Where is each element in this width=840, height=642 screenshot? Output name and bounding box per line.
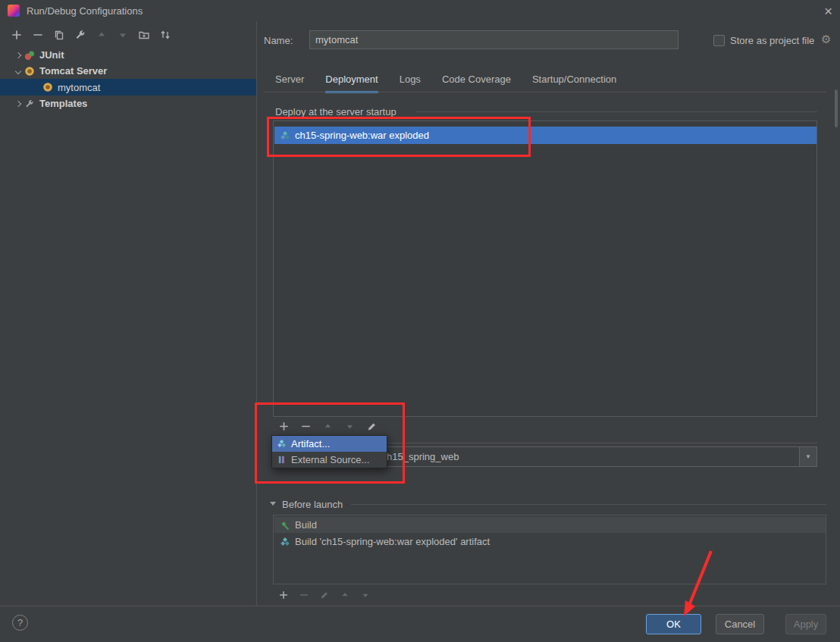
name-label: Name:	[264, 35, 293, 46]
tree-item-tomcat-server[interactable]: Tomcat Server	[0, 63, 256, 79]
move-up-button[interactable]	[339, 589, 351, 601]
move-down-button[interactable]	[359, 589, 371, 601]
remove-deployment-button[interactable]	[299, 420, 312, 432]
configurations-toolbar	[11, 29, 171, 41]
copy-configuration-button[interactable]	[53, 29, 65, 41]
edit-task-button[interactable]	[318, 589, 331, 601]
popup-item-external-source[interactable]: External Source...	[272, 452, 387, 468]
tree-item-label: Templates	[39, 98, 87, 109]
arrow-down-icon	[360, 590, 371, 600]
junit-icon	[24, 50, 35, 61]
add-deployment-button[interactable]	[277, 420, 290, 432]
wrench-icon	[74, 29, 86, 41]
tab-logs[interactable]: Logs	[400, 74, 421, 93]
pencil-icon	[366, 421, 378, 432]
application-context-value: h15_spring_web	[381, 451, 799, 462]
minus-icon	[300, 421, 312, 432]
arrow-up-icon	[96, 29, 108, 41]
move-up-button[interactable]	[321, 420, 334, 432]
deployment-toolbar	[277, 420, 378, 432]
chevron-right-icon[interactable]	[12, 102, 24, 106]
tree-item-junit[interactable]: JUnit	[0, 47, 256, 63]
new-folder-button[interactable]	[138, 29, 150, 41]
edit-deployment-button[interactable]	[365, 420, 378, 432]
footer-divider	[0, 606, 840, 606]
before-launch-list[interactable]: Build Build 'ch15-spring-web:war explode…	[273, 515, 826, 584]
combo-dropdown-button[interactable]: ▼	[799, 447, 816, 466]
move-down-button[interactable]	[117, 29, 129, 41]
move-up-button[interactable]	[96, 29, 108, 41]
plus-icon	[278, 421, 290, 432]
deploy-section-title: Deploy at the server startup	[275, 106, 396, 117]
external-source-icon	[277, 455, 287, 465]
chevron-right-icon[interactable]	[12, 53, 24, 58]
sort-configurations-button[interactable]	[159, 29, 171, 41]
add-artifact-popup: Artifact... External Source...	[271, 435, 387, 468]
tree-item-templates[interactable]: Templates	[0, 96, 256, 111]
chevron-down-icon: ▼	[805, 453, 811, 460]
remove-task-button[interactable]	[298, 589, 310, 601]
artifact-icon	[277, 439, 287, 449]
move-down-button[interactable]	[343, 420, 356, 432]
tomcat-run-icon	[42, 82, 53, 92]
before-launch-title: Before launch	[282, 499, 343, 510]
before-launch-item-label: Build 'ch15-spring-web:war exploded' art…	[295, 536, 490, 547]
panel-divider	[256, 21, 257, 606]
popup-item-label: Artifact...	[291, 438, 330, 449]
before-launch-divider	[351, 504, 826, 505]
application-context-combobox[interactable]: h15_spring_web ▼	[380, 446, 817, 467]
before-launch-item-build-artifact[interactable]: Build 'ch15-spring-web:war exploded' art…	[274, 534, 826, 550]
templates-wrench-icon	[24, 99, 35, 109]
question-mark-icon: ?	[17, 617, 23, 628]
dialog-title: Run/Debug Configurations	[27, 5, 143, 17]
deployment-item-label: ch15-spring-web:war exploded	[295, 130, 429, 141]
store-as-project-file-label: Store as project file	[730, 35, 814, 46]
minus-icon	[299, 590, 309, 600]
chevron-down-icon[interactable]	[12, 69, 24, 74]
apply-button[interactable]: Apply	[785, 614, 826, 634]
artifact-icon	[280, 537, 290, 547]
tab-code-coverage[interactable]: Code Coverage	[442, 74, 511, 93]
title-bar: Run/Debug Configurations ×	[0, 0, 840, 21]
scrollbar-thumb[interactable]	[835, 89, 838, 127]
folder-add-icon	[138, 29, 150, 41]
copy-icon	[53, 29, 65, 41]
gear-icon[interactable]: ⚙	[821, 33, 831, 46]
tab-server[interactable]: Server	[275, 74, 304, 93]
arrow-down-icon	[117, 29, 129, 41]
tree-item-mytomcat[interactable]: mytomcat	[0, 79, 256, 96]
arrow-down-icon	[344, 421, 356, 432]
close-icon[interactable]: ×	[824, 4, 832, 18]
add-configuration-button[interactable]	[11, 29, 23, 41]
deployment-list[interactable]: ch15-spring-web:war exploded	[273, 121, 817, 417]
config-tabs: Server Deployment Logs Code Coverage Sta…	[275, 74, 616, 93]
name-input[interactable]	[309, 30, 679, 49]
arrow-up-icon	[340, 590, 350, 600]
popup-item-artifact[interactable]: Artifact...	[272, 436, 387, 452]
tab-deployment[interactable]: Deployment	[325, 74, 378, 93]
cancel-button[interactable]: Cancel	[716, 614, 764, 634]
edit-defaults-button[interactable]	[74, 29, 86, 41]
minus-icon	[32, 29, 44, 41]
tree-item-label: Tomcat Server	[39, 65, 107, 77]
ok-button[interactable]: OK	[646, 614, 701, 634]
tab-startup-connection[interactable]: Startup/Connection	[532, 74, 616, 93]
help-button[interactable]: ?	[12, 615, 28, 631]
remove-configuration-button[interactable]	[32, 29, 44, 41]
before-launch-toolbar	[277, 589, 371, 601]
tabs-divider	[264, 92, 826, 92]
tomcat-icon	[24, 66, 35, 77]
plus-icon	[11, 29, 23, 41]
add-task-button[interactable]	[277, 589, 290, 601]
collapse-arrow-icon[interactable]	[270, 502, 276, 506]
before-launch-item-label: Build	[295, 519, 317, 531]
store-as-project-file-checkbox[interactable]	[713, 35, 725, 46]
deployment-list-item[interactable]: ch15-spring-web:war exploded	[274, 127, 816, 144]
plus-icon	[278, 590, 289, 600]
arrow-up-icon	[322, 421, 334, 432]
sort-icon	[159, 29, 171, 41]
popup-item-label: External Source...	[291, 454, 369, 465]
before-launch-item-build[interactable]: Build	[274, 517, 826, 533]
intellij-logo-icon	[8, 5, 20, 17]
tree-item-label: JUnit	[39, 49, 64, 61]
